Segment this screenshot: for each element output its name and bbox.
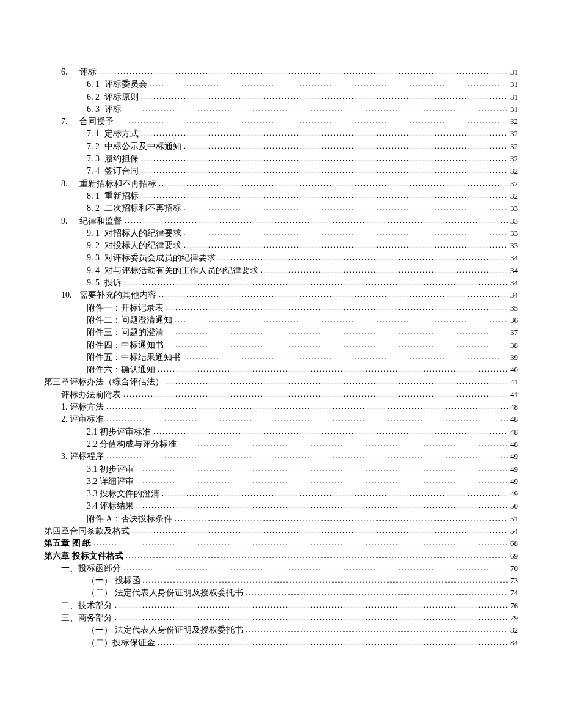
toc-title: （一） 投标函 <box>87 575 143 587</box>
toc-leader-dots: ........................................… <box>136 476 508 487</box>
toc-title: 对招标人的纪律要求 <box>104 227 184 240</box>
toc-page-number: 34 <box>508 290 518 301</box>
toc-number: 9. 2 <box>87 240 104 252</box>
toc-page-number: 34 <box>508 252 518 264</box>
toc-leader-dots: ........................................… <box>218 252 508 263</box>
toc-entry: 7. 3履约担保................................… <box>44 153 518 165</box>
toc-page-number: 32 <box>508 128 518 140</box>
toc-entry: 8. 1重新招标................................… <box>44 190 518 202</box>
toc-leader-dots: ........................................… <box>184 240 508 251</box>
toc-entry: 附件二：问题澄清通知..............................… <box>44 314 518 326</box>
toc-leader-dots: ........................................… <box>125 216 508 226</box>
toc-title: 附件二：问题澄清通知 <box>87 314 175 326</box>
toc-title: 第三章评标办法（综合评估法） <box>44 376 166 388</box>
toc-page-number: 51 <box>508 513 518 525</box>
toc-leader-dots: ........................................… <box>261 265 508 276</box>
toc-page-number: 32 <box>508 141 518 153</box>
toc-leader-dots: ........................................… <box>106 402 508 412</box>
toc-page-number: 32 <box>508 166 518 177</box>
toc-number: 9. 4 <box>87 265 104 277</box>
toc-title: 附件五：中标结果通知书 <box>87 351 183 364</box>
toc-page-number: 31 <box>508 92 518 103</box>
toc-entry: 附件五：中标结果通知书.............................… <box>44 351 518 364</box>
toc-page-number: 84 <box>508 638 518 649</box>
toc-page-number: 39 <box>508 352 518 364</box>
toc-entry: 附件六：确认通知................................… <box>44 364 518 376</box>
toc-title: 3.4 评标结果 <box>87 500 136 512</box>
toc-entry: 3.2 详细评审................................… <box>44 476 518 488</box>
toc-number: 9. <box>61 215 79 227</box>
toc-leader-dots: ........................................… <box>115 600 508 611</box>
toc-page-number: 54 <box>508 526 518 537</box>
toc-entry: 2. 评审标准.................................… <box>44 413 518 425</box>
toc-leader-dots: ........................................… <box>246 625 508 635</box>
toc-entry: 附件一：开标记录表...............................… <box>44 302 518 314</box>
toc-page-number: 33 <box>508 216 518 227</box>
toc-title: 二、技术部分 <box>61 600 115 612</box>
toc-page-number: 32 <box>508 178 518 190</box>
toc-entry: 7. 4签订合同................................… <box>44 165 518 177</box>
toc-page-number: 76 <box>508 600 518 612</box>
toc-title: 需要补充的其他内容 <box>79 289 159 301</box>
toc-entry: 3.3 投标文件的澄清.............................… <box>44 488 518 500</box>
toc-title: 定标方式 <box>104 128 141 140</box>
toc-entry: 10.需要补充的其他内容............................… <box>44 289 518 301</box>
table-of-contents: 6.评标....................................… <box>44 66 518 649</box>
toc-entry: 第六章 投标文件格式..............................… <box>44 550 518 562</box>
toc-page-number: 33 <box>508 228 518 240</box>
toc-entry: （二） 法定代表人身份证明及授权委托书.....................… <box>44 587 518 599</box>
toc-title: 对投标人的纪律要求 <box>104 240 184 252</box>
toc-page-number: 32 <box>508 153 518 165</box>
toc-title: 3.1 初步评审 <box>87 463 136 476</box>
toc-page-number: 31 <box>508 67 518 78</box>
toc-page-number: 41 <box>508 377 518 388</box>
toc-title: （二） 法定代表人身份证明及授权委托书 <box>87 587 246 599</box>
toc-leader-dots: ........................................… <box>93 538 508 548</box>
toc-entry: 7.合同授予..................................… <box>44 116 518 128</box>
toc-leader-dots: ........................................… <box>124 278 508 288</box>
toc-entry: （一） 投标函.................................… <box>44 575 518 587</box>
toc-entry: 3.4 评标结果................................… <box>44 500 518 512</box>
toc-page-number: 31 <box>508 104 518 116</box>
toc-title: 中标公示及中标通知 <box>104 141 184 153</box>
toc-title: 第五章 图 纸 <box>44 537 93 550</box>
toc-entry: 2.2 分值构成与评分标准...........................… <box>44 438 518 450</box>
toc-entry: 第五章 图 纸.................................… <box>44 537 518 550</box>
toc-entry: 7. 1定标方式................................… <box>44 128 518 140</box>
toc-leader-dots: ........................................… <box>153 427 508 437</box>
toc-leader-dots: ........................................… <box>184 203 508 213</box>
toc-entry: 1. 评标方法.................................… <box>44 401 518 413</box>
toc-title: 2.1 初步评审标准 <box>87 426 153 438</box>
toc-leader-dots: ........................................… <box>166 303 508 313</box>
toc-page-number: 49 <box>508 451 518 463</box>
toc-leader-dots: ........................................… <box>184 228 508 238</box>
toc-title: 3. 评标程序 <box>61 450 106 463</box>
toc-number: 7. 3 <box>87 153 104 165</box>
toc-entry: 三、商务部分..................................… <box>44 612 518 624</box>
toc-entry: 6.评标....................................… <box>44 66 518 78</box>
toc-leader-dots: ........................................… <box>141 92 508 102</box>
toc-entry: 3. 评标程序.................................… <box>44 450 518 463</box>
toc-title: 2. 评审标准 <box>61 413 106 425</box>
toc-page-number: 48 <box>508 402 518 413</box>
toc-number: 8. 1 <box>87 190 104 202</box>
toc-page-number: 70 <box>508 563 518 575</box>
toc-page-number: 69 <box>508 551 518 562</box>
toc-number: 7. 4 <box>87 165 104 177</box>
toc-page-number: 49 <box>508 464 518 476</box>
toc-leader-dots: ........................................… <box>136 501 508 511</box>
toc-title: 3.2 详细评审 <box>87 476 136 488</box>
toc-page-number: 33 <box>508 240 518 252</box>
toc-entry: 8.重新招标和不再招标.............................… <box>44 178 518 190</box>
toc-page-number: 73 <box>508 575 518 587</box>
toc-entry: 第三章评标办法（综合评估法）..........................… <box>44 376 518 388</box>
toc-page-number: 50 <box>508 501 518 512</box>
toc-page-number: 48 <box>508 439 518 450</box>
toc-leader-dots: ........................................… <box>158 638 508 648</box>
toc-number: 10. <box>61 289 79 301</box>
toc-number: 7. 1 <box>87 128 104 140</box>
toc-title: 对与评标活动有关的工作人员的纪律要求 <box>104 265 261 277</box>
toc-title: 纪律和监督 <box>79 215 125 227</box>
toc-entry: 3.1 初步评审................................… <box>44 463 518 476</box>
toc-entry: 9. 1对招标人的纪律要求...........................… <box>44 227 518 240</box>
